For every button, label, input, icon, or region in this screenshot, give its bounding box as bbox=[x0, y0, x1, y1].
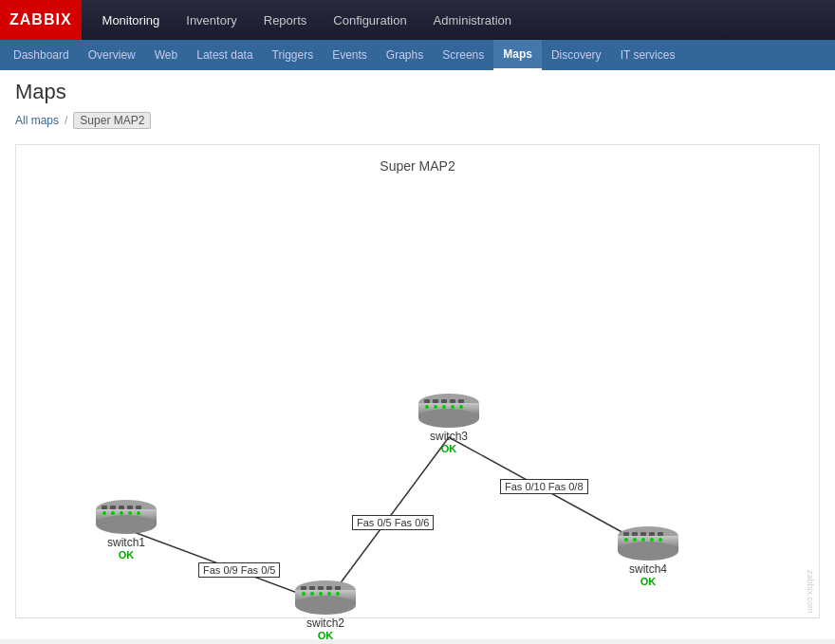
nav-maps[interactable]: Maps bbox=[493, 40, 542, 70]
breadcrumb-current: Super MAP2 bbox=[73, 112, 151, 129]
switch4-status: OK bbox=[640, 576, 657, 587]
svg-point-27 bbox=[327, 592, 331, 596]
switch3-icon bbox=[415, 390, 483, 428]
switch4-label: switch4 bbox=[629, 562, 667, 576]
nav-dashboard[interactable]: Dashboard bbox=[4, 40, 79, 70]
svg-point-50 bbox=[624, 538, 628, 542]
second-navigation: Dashboard Overview Web Latest data Trigg… bbox=[0, 40, 835, 70]
switch2-label: switch2 bbox=[306, 616, 344, 630]
svg-point-24 bbox=[302, 592, 306, 596]
switch3-status: OK bbox=[441, 443, 457, 454]
top-navigation: ZABBIX Monitoring Inventory Reports Conf… bbox=[0, 0, 835, 40]
svg-rect-23 bbox=[335, 586, 341, 590]
svg-rect-33 bbox=[433, 399, 438, 403]
switch2-node[interactable]: switch2 OK bbox=[291, 577, 360, 639]
svg-rect-47 bbox=[640, 532, 646, 536]
switch2-status: OK bbox=[318, 630, 334, 639]
svg-rect-34 bbox=[441, 399, 447, 403]
switch1-node[interactable]: switch1 OK bbox=[92, 496, 160, 561]
svg-point-37 bbox=[425, 405, 429, 409]
svg-rect-7 bbox=[110, 506, 116, 509]
svg-point-13 bbox=[120, 511, 123, 515]
svg-rect-19 bbox=[301, 586, 306, 590]
svg-rect-22 bbox=[326, 586, 332, 590]
svg-point-38 bbox=[434, 405, 437, 409]
switch4-icon bbox=[614, 523, 682, 561]
svg-point-53 bbox=[650, 538, 654, 542]
nav-overview[interactable]: Overview bbox=[79, 40, 145, 70]
svg-point-52 bbox=[641, 538, 645, 542]
breadcrumb: All maps / Super MAP2 bbox=[15, 112, 820, 129]
switch1-label: switch1 bbox=[107, 536, 145, 549]
link-label-fas-0-5-0-6: Fas 0/5 Fas 0/6 bbox=[352, 515, 434, 530]
nav-monitoring[interactable]: Monitoring bbox=[89, 0, 174, 40]
svg-point-40 bbox=[451, 405, 455, 409]
svg-rect-32 bbox=[424, 399, 430, 403]
svg-point-12 bbox=[111, 511, 115, 515]
logo[interactable]: ZABBIX bbox=[0, 0, 82, 40]
svg-rect-21 bbox=[318, 586, 324, 590]
nav-latest-data[interactable]: Latest data bbox=[187, 40, 262, 70]
switch2-icon bbox=[291, 577, 360, 615]
svg-point-11 bbox=[102, 511, 106, 515]
switch3-node[interactable]: switch3 OK bbox=[415, 390, 483, 454]
switch1-status: OK bbox=[119, 549, 135, 561]
page-title: Maps bbox=[15, 80, 820, 104]
switch3-label: switch3 bbox=[430, 430, 468, 443]
svg-rect-10 bbox=[136, 506, 141, 509]
svg-point-14 bbox=[128, 511, 132, 515]
switch4-node[interactable]: switch4 OK bbox=[614, 523, 682, 587]
svg-point-31 bbox=[418, 409, 479, 428]
link-label-fas-0-10-0-8: Fas 0/10 Fas 0/8 bbox=[500, 479, 588, 494]
nav-events[interactable]: Events bbox=[323, 40, 377, 70]
svg-point-44 bbox=[618, 542, 678, 561]
svg-point-26 bbox=[319, 592, 323, 596]
svg-rect-45 bbox=[623, 532, 629, 536]
svg-point-15 bbox=[137, 511, 140, 515]
nav-it-services[interactable]: IT services bbox=[611, 40, 685, 70]
link-label-fas-0-9-0-5: Fas 0/9 Fas 0/5 bbox=[198, 562, 280, 578]
nav-configuration[interactable]: Configuration bbox=[320, 0, 419, 40]
svg-rect-46 bbox=[632, 532, 638, 536]
svg-rect-8 bbox=[119, 506, 124, 509]
svg-rect-49 bbox=[658, 532, 663, 536]
svg-point-25 bbox=[310, 592, 314, 596]
nav-triggers[interactable]: Triggers bbox=[263, 40, 324, 70]
svg-rect-6 bbox=[102, 506, 107, 509]
nav-web[interactable]: Web bbox=[145, 40, 187, 70]
switch1-icon bbox=[92, 496, 160, 534]
breadcrumb-all-maps[interactable]: All maps bbox=[15, 114, 59, 127]
nav-discovery[interactable]: Discovery bbox=[542, 40, 611, 70]
breadcrumb-separator: / bbox=[65, 114, 67, 127]
svg-point-18 bbox=[295, 596, 356, 615]
nav-graphs[interactable]: Graphs bbox=[377, 40, 433, 70]
watermark: zabbix.com bbox=[806, 570, 815, 614]
svg-rect-36 bbox=[458, 399, 464, 403]
map-container: Super MAP2 bbox=[15, 144, 820, 618]
nav-screens[interactable]: Screens bbox=[433, 40, 493, 70]
svg-rect-35 bbox=[450, 399, 455, 403]
svg-point-51 bbox=[633, 538, 637, 542]
svg-point-41 bbox=[459, 405, 463, 409]
svg-point-54 bbox=[659, 538, 662, 542]
nav-reports[interactable]: Reports bbox=[250, 0, 321, 40]
svg-rect-9 bbox=[127, 506, 133, 509]
nav-inventory[interactable]: Inventory bbox=[173, 0, 250, 40]
svg-point-39 bbox=[442, 405, 446, 409]
svg-rect-48 bbox=[649, 532, 655, 536]
svg-point-5 bbox=[96, 515, 157, 534]
page-content: Maps All maps / Super MAP2 Super MAP2 bbox=[0, 70, 835, 639]
svg-point-28 bbox=[336, 592, 340, 596]
svg-rect-20 bbox=[309, 586, 315, 590]
nav-administration[interactable]: Administration bbox=[420, 0, 525, 40]
